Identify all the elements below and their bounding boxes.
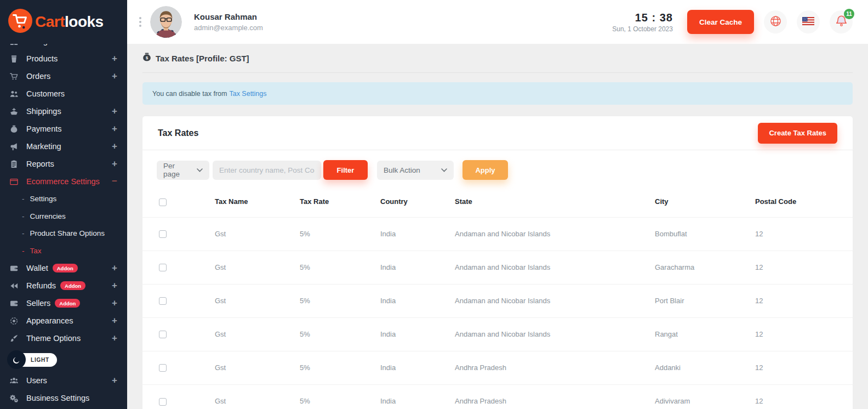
locale-widget[interactable]	[797, 10, 820, 33]
per-page-select[interactable]: Per page	[157, 161, 209, 180]
sidebar-item-users[interactable]: Users+	[0, 372, 127, 389]
sidebar-item-business-settings[interactable]: Business Settings	[0, 389, 127, 407]
user-email: admin@example.com	[194, 24, 263, 32]
money-bag-icon: $	[142, 53, 151, 64]
cell-tax-name: Gst	[215, 217, 300, 251]
expand-plus-icon[interactable]: +	[112, 375, 117, 386]
filter-button[interactable]: Filter	[323, 160, 368, 180]
sidebar-item-reports[interactable]: Reports+	[0, 155, 127, 173]
cell-tax-name: Gst	[215, 384, 300, 409]
report-icon	[10, 160, 26, 168]
globe-icon	[769, 15, 782, 30]
sidebar-item-wallet[interactable]: WalletAddon+	[0, 259, 127, 277]
appearance-icon	[10, 317, 26, 325]
expand-plus-icon[interactable]: +	[112, 141, 117, 152]
sidebar-subitem-label: Product Share Options	[30, 229, 105, 237]
expand-plus-icon[interactable]: +	[112, 333, 117, 344]
row-checkbox[interactable]	[159, 364, 167, 372]
sidebar-item-sellers[interactable]: SellersAddon+	[0, 294, 127, 312]
sidebar-item-payments[interactable]: Payments+	[0, 120, 127, 138]
tax-settings-link[interactable]: Tax Settings	[229, 90, 266, 98]
row-checkbox[interactable]	[159, 264, 167, 271]
users-group-icon	[10, 377, 26, 385]
brand-logo[interactable]: Cartlooks	[0, 0, 127, 44]
expand-plus-icon[interactable]: +	[112, 158, 117, 169]
sidebar-item-appearances[interactable]: Appearances+	[0, 312, 127, 330]
sidebar-item-customers[interactable]: Customers	[0, 85, 127, 103]
clock-date: Sun, 1 October 2023	[612, 25, 673, 33]
sidebar-item-label: Users	[26, 376, 107, 385]
row-checkbox[interactable]	[159, 398, 167, 406]
sidebar-subitem-currencies[interactable]: -Currencies	[0, 208, 127, 225]
sidebar-item-orders[interactable]: Orders+	[0, 67, 127, 85]
sidebar-item-label: Products	[26, 54, 107, 63]
sidebar-item-label: Payments	[26, 124, 107, 133]
expand-plus-icon[interactable]: +	[112, 106, 117, 117]
cell-postal-code: 12	[755, 384, 853, 409]
cell-tax-name: Gst	[215, 251, 300, 284]
brand-name: Cartlooks	[35, 13, 104, 31]
cell-tax-name: Gst	[215, 317, 300, 351]
expand-plus-icon[interactable]: +	[112, 71, 117, 82]
cell-tax-name: Gst	[215, 284, 300, 317]
sidebar-item-label: Sellers	[26, 299, 50, 308]
info-banner: You can disable tax from Tax Settings	[142, 82, 853, 105]
table-row: Gst5%IndiaAndaman and Nicobar IslandsRan…	[142, 317, 853, 351]
create-tax-rates-button[interactable]: Create Tax Rates	[758, 123, 837, 144]
theme-toggle[interactable]: LIGHT	[9, 351, 61, 368]
row-checkbox[interactable]	[159, 230, 167, 238]
bulk-action-select[interactable]: Bulk Action	[377, 161, 454, 180]
sidebar-item-refunds[interactable]: RefundsAddon+	[0, 277, 127, 294]
expand-plus-icon[interactable]: +	[112, 263, 117, 274]
expand-plus-icon[interactable]: +	[112, 123, 117, 134]
browser-window-icon	[10, 178, 26, 186]
search-input[interactable]	[213, 161, 321, 180]
expand-plus-icon[interactable]: +	[112, 280, 117, 291]
main-area: Kousar Rahman admin@example.com 15 : 38 …	[127, 0, 868, 409]
user-avatar[interactable]	[150, 6, 182, 38]
sidebar: Cartlooks Categories+Products+Orders+Cus…	[0, 0, 127, 409]
clear-cache-button[interactable]: Clear Cache	[687, 10, 754, 34]
cell-tax-rate: 5%	[300, 384, 380, 409]
cell-country: India	[380, 384, 455, 409]
cell-city: Rangat	[655, 317, 755, 351]
sidebar-subitem-tax[interactable]: -Tax	[0, 242, 127, 260]
cell-postal-code: 12	[755, 217, 853, 251]
sidebar-item-label: Theme Options	[26, 334, 107, 343]
expand-plus-icon[interactable]: +	[112, 298, 117, 309]
clock-time: 15 : 38	[612, 12, 673, 24]
cell-state: Andaman and Nicobar Islands	[455, 251, 655, 284]
row-checkbox[interactable]	[159, 297, 167, 305]
select-all-checkbox[interactable]	[159, 198, 167, 206]
sidebar-subitem-settings[interactable]: -Settings	[0, 190, 127, 208]
table-row: Gst5%IndiaAndaman and Nicobar IslandsBom…	[142, 217, 853, 251]
rewind-icon	[10, 282, 26, 290]
sidebar-subitem-label: Currencies	[30, 212, 66, 220]
sidebar-item-shippings[interactable]: Shippings+	[0, 103, 127, 120]
sidebar-item-categories[interactable]: Categories+	[0, 44, 127, 50]
apply-button[interactable]: Apply	[462, 160, 508, 180]
cell-country: India	[380, 217, 455, 251]
collapse-minus-icon[interactable]: −	[112, 176, 117, 187]
sidebar-item-label: Refunds	[26, 281, 56, 290]
sidebar-item-theme-options[interactable]: Theme Options+	[0, 330, 127, 347]
expand-plus-icon[interactable]: +	[112, 315, 117, 326]
page-title: Tax Rates [Profile: GST]	[156, 54, 249, 63]
cell-city: Addanki	[655, 351, 755, 384]
kebab-menu-icon[interactable]	[139, 17, 141, 27]
sidebar-item-ecommerce-settings[interactable]: Ecommerce Settings−	[0, 173, 127, 190]
ship-icon	[10, 107, 26, 116]
addon-badge: Addon	[53, 264, 78, 272]
expand-plus-icon[interactable]: +	[112, 53, 117, 64]
expand-plus-icon[interactable]: +	[112, 44, 117, 47]
sidebar-item-marketing[interactable]: Marketing+	[0, 138, 127, 155]
cell-state: Andaman and Nicobar Islands	[455, 284, 655, 317]
moon-icon	[7, 350, 26, 369]
sidebar-subitem-product-share-options[interactable]: -Product Share Options	[0, 225, 127, 242]
cell-city: Port Blair	[655, 284, 755, 317]
language-widget[interactable]	[764, 10, 787, 33]
bulk-action-value: Bulk Action	[384, 166, 420, 174]
sidebar-item-products[interactable]: Products+	[0, 50, 127, 67]
row-checkbox[interactable]	[159, 331, 167, 338]
notifications-widget[interactable]: 11	[830, 10, 853, 33]
